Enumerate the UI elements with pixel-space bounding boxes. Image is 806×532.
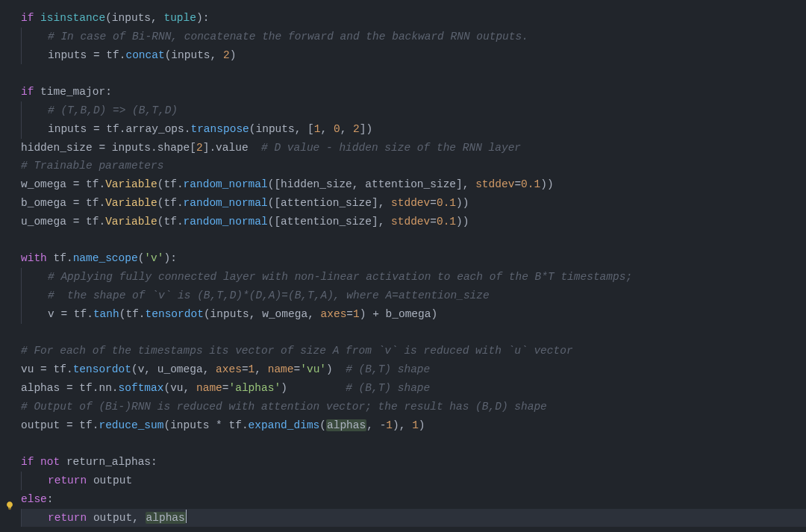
code-token: shape — [157, 142, 190, 154]
code-token: ([attention_size] — [268, 197, 378, 209]
code-token: tf — [100, 49, 119, 61]
indent-guide — [21, 287, 48, 305]
code-line[interactable]: with tf.name_scope('v'): — [21, 249, 806, 268]
code-line[interactable]: # Trainable parameters — [21, 157, 806, 175]
code-token: ) — [360, 308, 372, 320]
code-line[interactable]: if isinstance(inputs, tuple): — [21, 9, 806, 28]
code-line[interactable] — [21, 64, 806, 83]
indent-guide — [21, 268, 48, 287]
code-line[interactable] — [21, 231, 806, 250]
indent-guide — [21, 305, 48, 324]
code-token: return — [48, 512, 93, 524]
code-token — [216, 49, 223, 61]
code-line[interactable]: v = tf.tanh(tf.tensordot(inputs, w_omega… — [21, 305, 806, 324]
code-line[interactable]: b_omega = tf.Variable(tf.random_normal([… — [21, 194, 806, 213]
code-token: nn — [99, 382, 111, 394]
code-token: (inputs — [204, 308, 249, 320]
code-line[interactable]: if time_major: — [21, 83, 806, 101]
code-token: inputs — [105, 142, 151, 154]
code-line[interactable]: # For each of the timestamps its vector … — [21, 342, 806, 360]
indent-guide — [21, 46, 48, 65]
code-token: tf — [54, 252, 66, 264]
code-token: = — [93, 49, 100, 61]
code-line[interactable]: else: — [21, 490, 806, 509]
code-token: Variable — [105, 197, 157, 209]
code-editor-area[interactable]: if isinstance(inputs, tuple): # In case … — [21, 9, 806, 527]
code-token: alphas — [326, 419, 366, 431]
code-token: : — [47, 493, 54, 505]
indent-guide — [21, 509, 48, 528]
code-token: else — [21, 493, 47, 505]
code-token: ) — [419, 419, 425, 431]
code-line[interactable]: # (T,B,D) => (B,T,D) — [21, 101, 806, 120]
code-token — [139, 512, 146, 524]
code-token: # (B,T) shape — [346, 382, 430, 394]
code-token: w_omega — [256, 308, 308, 320]
code-line[interactable]: alphas = tf.nn.softmax(vu, name='alphas'… — [21, 379, 806, 398]
code-token: array_ops — [125, 123, 184, 135]
code-token: 'v' — [144, 252, 163, 264]
code-token: not — [40, 456, 66, 468]
code-token: . — [139, 308, 146, 320]
code-token: ([hidden_size — [268, 178, 352, 190]
code-token: # Output of (Bi-)RNN is reduced with att… — [21, 401, 547, 413]
code-token: = — [99, 142, 105, 154]
code-line[interactable]: output = tf.reduce_sum(inputs * tf.expan… — [21, 416, 806, 435]
code-token: ( — [319, 419, 326, 431]
code-line[interactable]: # Applying fully connected layer with no… — [21, 268, 806, 287]
code-line[interactable] — [21, 434, 806, 453]
code-token: name — [196, 382, 222, 394]
code-token: . — [151, 142, 157, 154]
code-token: attention_size] — [359, 178, 463, 190]
code-token: alphas — [21, 382, 66, 394]
code-line[interactable]: return output — [21, 472, 806, 490]
code-token: # For each of the timestamps its vector … — [21, 345, 573, 357]
code-token: ) — [326, 363, 346, 375]
code-token: # D value - hidden size of the RNN layer — [261, 142, 521, 154]
code-token: , — [151, 12, 157, 24]
code-token: , — [352, 178, 359, 190]
code-token: (v — [131, 363, 144, 375]
code-token: w_omega — [21, 178, 73, 190]
code-token: tf — [47, 363, 66, 375]
code-token: (inputs — [249, 123, 295, 135]
code-token: . — [242, 419, 249, 431]
lightbulb-icon[interactable] — [4, 501, 15, 511]
code-token — [327, 123, 334, 135]
code-line[interactable]: hidden_size = inputs.shape[2].value # D … — [21, 139, 806, 157]
code-token: * — [216, 419, 222, 431]
code-token: stddev — [475, 178, 514, 190]
code-token: expand_dims — [249, 419, 320, 431]
code-token: )) — [456, 216, 469, 228]
code-token: tensordot — [73, 363, 131, 375]
code-line[interactable]: inputs = tf.concat(inputs, 2) — [21, 46, 806, 65]
code-line[interactable] — [21, 324, 806, 342]
code-line[interactable]: vu = tf.tensordot(v, u_omega, axes=1, na… — [21, 360, 806, 379]
code-token: if — [21, 12, 40, 24]
code-token: inputs — [48, 49, 93, 61]
code-token: name_scope — [73, 252, 138, 264]
code-token: Variable — [105, 216, 157, 228]
code-token: inputs — [48, 123, 93, 135]
code-line[interactable]: u_omega = tf.Variable(tf.random_normal([… — [21, 213, 806, 231]
code-token: Variable — [105, 178, 157, 190]
code-token — [209, 363, 216, 375]
code-line[interactable]: w_omega = tf.Variable(tf.random_normal([… — [21, 175, 806, 194]
code-line[interactable]: # In case of Bi-RNN, concatenate the for… — [21, 28, 806, 46]
code-token — [373, 419, 380, 431]
code-token: u_omega — [151, 363, 203, 375]
code-token: = — [40, 363, 47, 375]
code-token: (tf — [157, 197, 177, 209]
code-line[interactable]: # the shape of `v` is (B,T,D)*(D,A)=(B,T… — [21, 287, 806, 305]
code-line[interactable]: # Output of (Bi-)RNN is reduced with att… — [21, 398, 806, 416]
indent-guide — [21, 28, 48, 46]
code-token: ([attention_size] — [268, 216, 378, 228]
code-token: if — [21, 86, 40, 98]
code-line[interactable]: if not return_alphas: — [21, 453, 806, 472]
code-token — [384, 197, 391, 209]
code-token: = — [346, 308, 353, 320]
code-line[interactable]: return output, alphas — [21, 509, 806, 528]
svg-rect-0 — [8, 508, 11, 509]
code-token: . — [99, 216, 105, 228]
code-line[interactable]: inputs = tf.array_ops.transpose(inputs, … — [21, 120, 806, 139]
